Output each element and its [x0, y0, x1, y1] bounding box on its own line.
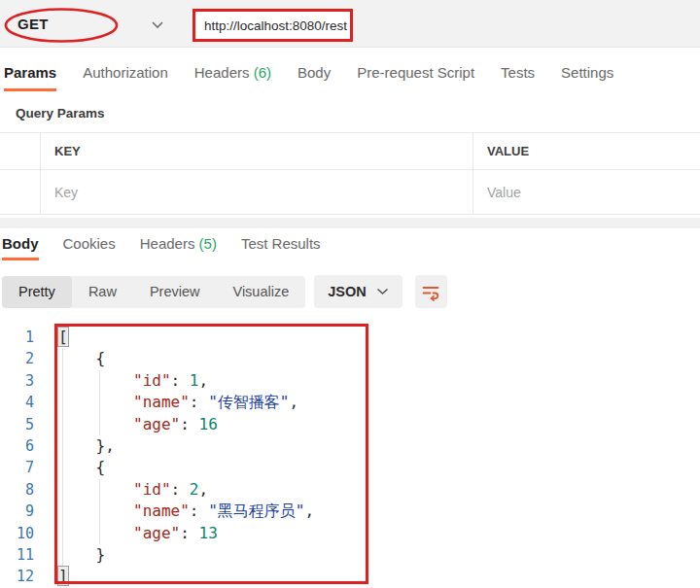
wrap-lines-button[interactable] [415, 275, 447, 308]
query-params-title: Query Params [16, 106, 700, 121]
line-number: 5 [0, 414, 44, 435]
code-line: 3 "id": 1, [0, 370, 700, 392]
tab-response-headers[interactable]: Headers (5) [140, 235, 217, 260]
tab-pre-request-script[interactable]: Pre-request Script [357, 64, 474, 91]
code-line: 10 "age": 13 [0, 523, 700, 544]
line-number: 1 [0, 327, 44, 348]
key-column-header: KEY [41, 133, 473, 169]
value-input[interactable] [487, 185, 689, 200]
tab-test-results[interactable]: Test Results [241, 235, 321, 260]
chevron-down-icon [151, 20, 164, 29]
view-mode-segments: Pretty Raw Preview Visualize [2, 276, 305, 308]
code-line: 12] [0, 566, 700, 587]
view-raw[interactable]: Raw [72, 276, 133, 308]
tab-tests[interactable]: Tests [501, 64, 535, 91]
method-dropdown[interactable]: GET [0, 0, 185, 48]
table-header-row: KEY VALUE [0, 133, 700, 170]
code-line: 4 "name": "传智播客", [0, 392, 700, 413]
line-number: 11 [0, 544, 44, 566]
request-tabs: Params Authorization Headers (6) Body Pr… [0, 48, 700, 91]
indent-guide [62, 348, 63, 566]
url-text: http://localhost:8080/rest [204, 18, 347, 33]
code-line: 7 { [0, 457, 700, 478]
tab-headers[interactable]: Headers (6) [194, 64, 271, 91]
key-input[interactable] [54, 185, 452, 200]
tab-settings[interactable]: Settings [561, 64, 613, 91]
value-column-header: VALUE [473, 133, 700, 169]
tab-body[interactable]: Body [298, 64, 331, 91]
checkbox-cell [0, 170, 41, 214]
tab-params[interactable]: Params [4, 64, 56, 91]
code-line: 5 "age": 16 [0, 414, 700, 435]
code-line: 8 "id": 2, [0, 479, 700, 501]
section-divider [0, 218, 700, 228]
line-number: 12 [0, 566, 44, 587]
checkbox-column [0, 133, 41, 169]
line-number: 10 [0, 523, 44, 544]
method-label: GET [18, 16, 49, 32]
tab-authorization[interactable]: Authorization [83, 64, 168, 91]
code-line: 11 } [0, 544, 700, 566]
line-number: 2 [0, 348, 44, 369]
view-preview[interactable]: Preview [133, 276, 217, 308]
chevron-down-icon [376, 288, 389, 295]
response-body-editor: 1[2 {3 "id": 1,4 "name": "传智播客",5 "age":… [0, 321, 700, 588]
line-number: 3 [0, 370, 44, 392]
request-response-panel: Params Authorization Headers (6) Body Pr… [0, 48, 700, 308]
response-view-bar: Pretty Raw Preview Visualize JSON [2, 275, 700, 308]
line-number: 8 [0, 479, 44, 501]
code-line: 6 }, [0, 435, 700, 457]
view-visualize[interactable]: Visualize [216, 276, 305, 308]
indent-guide [99, 370, 100, 435]
line-number: 7 [0, 457, 44, 478]
line-number: 4 [0, 392, 44, 413]
url-input[interactable]: http://localhost:8080/rest [192, 9, 353, 42]
line-number: 9 [0, 501, 44, 522]
code-line: 1[ [0, 327, 700, 348]
request-url-bar: GET http://localhost:8080/rest [0, 0, 700, 48]
line-number: 6 [0, 435, 44, 457]
tab-response-body[interactable]: Body [2, 235, 39, 260]
format-dropdown[interactable]: JSON [314, 275, 402, 308]
tab-cookies[interactable]: Cookies [63, 235, 116, 260]
format-label: JSON [328, 284, 367, 299]
code-line: 2 { [0, 348, 700, 369]
view-pretty[interactable]: Pretty [2, 276, 72, 308]
wrap-lines-icon [421, 282, 440, 301]
code-lines: 1[2 {3 "id": 1,4 "name": "传智播客",5 "age":… [0, 321, 700, 588]
headers-count-badge: (6) [254, 64, 271, 81]
response-tabs: Body Cookies Headers (5) Test Results [0, 228, 700, 260]
code-line: 9 "name": "黑马程序员", [0, 501, 700, 522]
indent-guide [99, 479, 100, 544]
response-headers-count-badge: (5) [199, 235, 217, 252]
table-row [0, 170, 700, 214]
query-params-table: KEY VALUE [0, 132, 700, 215]
